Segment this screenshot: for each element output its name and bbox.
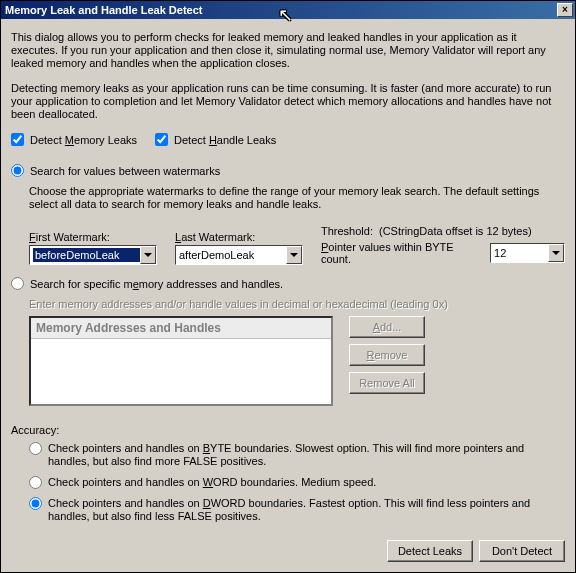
intro-text-2: Detecting memory leaks as your applicati… <box>11 82 565 121</box>
last-watermark-combo[interactable]: afterDemoLeak <box>175 245 303 265</box>
threshold-note: (CStringData offset is 12 bytes) <box>379 225 532 237</box>
close-icon[interactable]: × <box>557 3 573 17</box>
pointer-count-combo[interactable]: 12 <box>490 243 565 263</box>
detect-memory-leaks-checkbox[interactable]: Detect Memory Leaks <box>11 133 137 146</box>
accuracy-byte-input[interactable] <box>29 442 42 455</box>
detect-handle-leaks-checkbox[interactable]: Detect Handle Leaks <box>155 133 276 146</box>
dont-detect-button[interactable]: Don't Detect <box>479 540 565 562</box>
search-watermarks-label: Search for values between watermarks <box>30 165 220 177</box>
add-button[interactable]: Add... <box>349 316 425 338</box>
addresses-listbox-header: Memory Addresses and Handles <box>31 318 331 339</box>
search-specific-radio[interactable]: Search for specific memory addresses and… <box>11 277 565 290</box>
accuracy-dword-label: Check pointers and handles on DWORD boun… <box>48 497 565 523</box>
accuracy-dword-radio[interactable]: Check pointers and handles on DWORD boun… <box>29 497 565 523</box>
remove-all-button[interactable]: Remove All <box>349 372 425 394</box>
search-specific-label: Search for specific memory addresses and… <box>30 278 283 290</box>
dialog-content: This dialog allows you to perform checks… <box>1 19 575 572</box>
last-watermark-label: Last Watermark: <box>175 231 303 243</box>
dialog-window: Memory Leak and Handle Leak Detect × ↖ T… <box>0 0 576 573</box>
detect-memory-leaks-label: Detect Memory Leaks <box>30 134 137 146</box>
pointer-count-label: Pointer values within BYTE count. <box>321 241 484 265</box>
accuracy-byte-label: Check pointers and handles on BYTE bound… <box>48 442 565 468</box>
chevron-down-icon[interactable] <box>548 244 564 262</box>
accuracy-word-radio[interactable]: Check pointers and handles on WORD bound… <box>29 476 565 489</box>
remove-button[interactable]: Remove <box>349 344 425 366</box>
dialog-title: Memory Leak and Handle Leak Detect <box>5 1 557 19</box>
search-specific-input[interactable] <box>11 277 24 290</box>
threshold-label: Threshold: <box>321 225 373 237</box>
detect-handle-leaks-label: Detect Handle Leaks <box>174 134 276 146</box>
detect-handle-leaks-input[interactable] <box>155 133 168 146</box>
search-watermarks-radio[interactable]: Search for values between watermarks <box>11 164 565 177</box>
accuracy-label: Accuracy: <box>11 424 565 436</box>
last-watermark-value: afterDemoLeak <box>179 249 286 261</box>
addresses-listbox[interactable]: Memory Addresses and Handles <box>29 316 333 406</box>
watermark-help-text: Choose the appropriate watermarks to def… <box>29 185 565 211</box>
intro-text-1: This dialog allows you to perform checks… <box>11 31 565 70</box>
chevron-down-icon[interactable] <box>286 246 302 264</box>
accuracy-dword-input[interactable] <box>29 497 42 510</box>
detect-leaks-button[interactable]: Detect Leaks <box>387 540 473 562</box>
accuracy-byte-radio[interactable]: Check pointers and handles on BYTE bound… <box>29 442 565 468</box>
search-watermarks-input[interactable] <box>11 164 24 177</box>
chevron-down-icon[interactable] <box>140 246 156 264</box>
accuracy-word-input[interactable] <box>29 476 42 489</box>
enter-addresses-hint: Enter memory addresses and/or handle val… <box>29 298 565 310</box>
titlebar: Memory Leak and Handle Leak Detect × <box>1 1 575 19</box>
first-watermark-combo[interactable]: beforeDemoLeak <box>29 245 157 265</box>
pointer-count-value: 12 <box>494 247 548 259</box>
first-watermark-label: First Watermark: <box>29 231 157 243</box>
first-watermark-value: beforeDemoLeak <box>33 248 140 262</box>
accuracy-word-label: Check pointers and handles on WORD bound… <box>48 476 376 489</box>
detect-memory-leaks-input[interactable] <box>11 133 24 146</box>
